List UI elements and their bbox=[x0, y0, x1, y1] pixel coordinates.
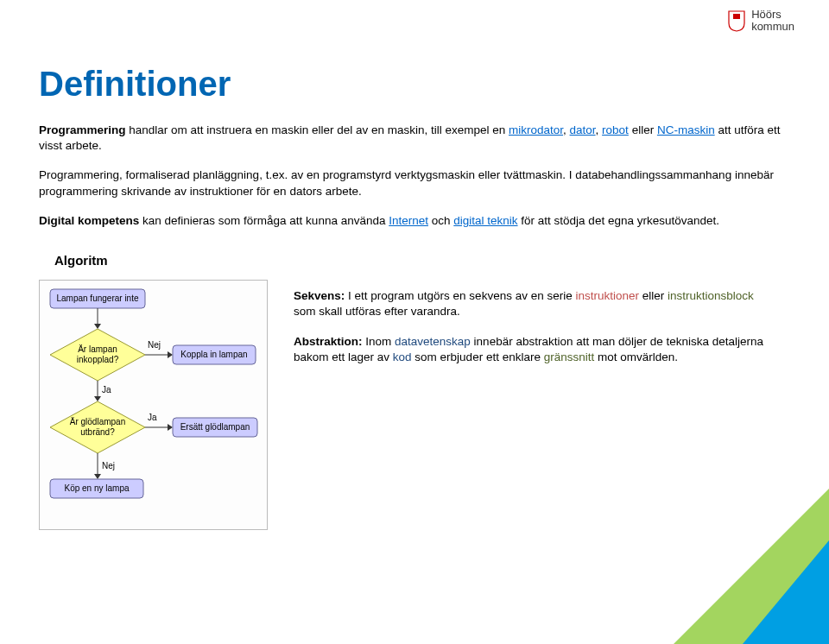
term-sekvens: Sekvens: bbox=[294, 289, 345, 302]
svg-marker-17 bbox=[94, 474, 101, 479]
text: handlar om att instruera en maskin eller… bbox=[126, 123, 509, 136]
link-mikrodator[interactable]: mikrodator bbox=[509, 123, 563, 136]
fc-label-ja1: Ja bbox=[102, 385, 111, 395]
fc-node-end: Köp en ny lampa bbox=[64, 483, 129, 493]
term-programmering: Programmering bbox=[39, 123, 126, 136]
text: eller bbox=[629, 123, 657, 136]
fc-q1-line1: Är lampan bbox=[78, 344, 117, 354]
fc-label-ja2: Ja bbox=[148, 413, 157, 422]
fc-q2-line2: utbränd? bbox=[80, 427, 115, 437]
definitions-column: Sekvens: I ett program utgörs en sekvens… bbox=[294, 280, 790, 379]
text: , bbox=[563, 123, 570, 136]
text: eller bbox=[639, 289, 668, 302]
text: Inom bbox=[363, 335, 396, 348]
fc-label-nej2: Nej bbox=[102, 461, 115, 470]
text: mot omvärlden. bbox=[594, 350, 678, 363]
term-granssnitt: gränssnitt bbox=[544, 350, 595, 363]
text: som skall utföras efter varandra. bbox=[294, 305, 460, 318]
svg-marker-14 bbox=[168, 424, 173, 431]
text: som erbjuder ett enklare bbox=[412, 350, 544, 363]
link-nc-maskin[interactable]: NC-maskin bbox=[657, 123, 715, 136]
paragraph-digital-kompetens: Digital kompetens kan definieras som för… bbox=[39, 213, 790, 229]
text: , bbox=[596, 123, 603, 136]
svg-marker-11 bbox=[94, 396, 101, 401]
term-abstraktion: Abstraktion: bbox=[294, 335, 363, 348]
term-digital-kompetens: Digital kompetens bbox=[39, 214, 139, 227]
fc-action-ersatt: Ersätt glödlampan bbox=[180, 422, 250, 432]
page-title: Definitioner bbox=[39, 65, 790, 104]
text: för att stödja det egna yrkesutövandet. bbox=[518, 214, 719, 227]
fc-label-nej1: Nej bbox=[148, 340, 161, 350]
term-kod: kod bbox=[393, 350, 412, 363]
svg-marker-8 bbox=[168, 351, 173, 358]
subheading-algoritm: Algoritm bbox=[54, 253, 790, 268]
link-digital-teknik[interactable]: digital teknik bbox=[453, 214, 517, 227]
flowchart-svg: Lampan fungerar inte Är lampan inkopplad… bbox=[48, 287, 260, 521]
text: kan definieras som förmåga att kunna anv… bbox=[139, 214, 389, 227]
fc-q2-line1: Är glödlampan bbox=[70, 417, 125, 426]
term-datavetenskap: datavetenskap bbox=[395, 335, 471, 348]
definition-sekvens: Sekvens: I ett program utgörs en sekvens… bbox=[294, 288, 773, 319]
fc-node-start: Lampan fungerar inte bbox=[56, 294, 139, 303]
text: och bbox=[428, 214, 453, 227]
paragraph-programmering: Programmering handlar om att instruera e… bbox=[39, 123, 790, 154]
flowchart: Lampan fungerar inte Är lampan inkopplad… bbox=[39, 280, 268, 530]
fc-action-koppla: Koppla in lampan bbox=[180, 350, 247, 359]
link-robot[interactable]: robot bbox=[602, 123, 629, 136]
term-instruktioner: instruktioner bbox=[575, 289, 639, 302]
fc-q1-line2: inkopplad? bbox=[77, 355, 119, 364]
definition-abstraktion: Abstraktion: Inom datavetenskap innebär … bbox=[294, 334, 773, 365]
link-dator[interactable]: dator bbox=[570, 123, 596, 136]
text: I ett program utgörs en sekvens av en se… bbox=[345, 289, 575, 302]
svg-marker-5 bbox=[94, 324, 101, 329]
link-internet[interactable]: Internet bbox=[389, 214, 428, 227]
paragraph-formaliserad: Programmering, formaliserad planläggning… bbox=[39, 167, 790, 199]
term-instruktionsblock: instruktionsblock bbox=[668, 289, 754, 302]
